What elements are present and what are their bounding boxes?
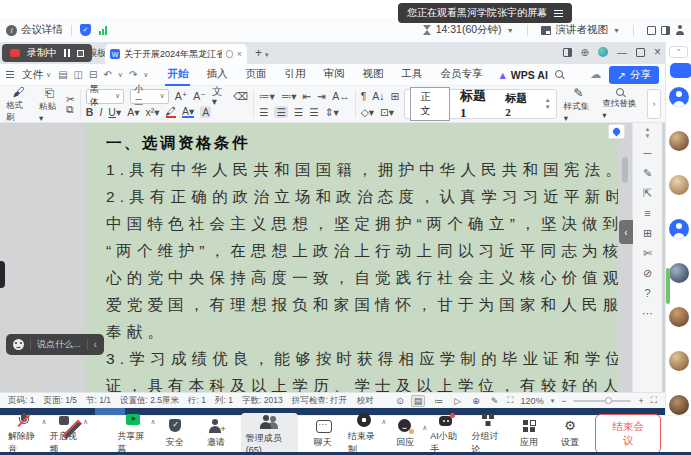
search-icon[interactable] [555,70,565,80]
watching-banner[interactable]: 您正在观看黑河学院张宇的屏幕 [398,3,572,23]
redo-caret-icon[interactable]: ∨ [143,71,148,79]
find-replace-button[interactable]: 查找替换▾ [600,88,642,120]
share-options-caret[interactable]: ∧ [151,418,156,426]
undo-icon[interactable]: ↶ [103,69,111,80]
file-menu[interactable]: 文件∨ [22,68,51,82]
statusbar-item[interactable]: 页码: 1 [8,395,34,407]
pause-recording-button[interactable] [64,49,70,57]
char-border-icon[interactable]: A▾ [127,107,139,118]
active-document-tab[interactable]: W 关于开展2024年黑龙江省选调… × [105,44,247,64]
manage-members-button[interactable]: 管理成员(65) [241,413,298,455]
participant-avatar[interactable] [669,263,689,283]
new-tab-button[interactable]: +▾ [255,46,269,60]
clip-tool-icon[interactable]: ✄ [643,248,652,259]
statusbar-item[interactable]: 字数: 2013 [242,395,283,407]
banner-menu-icon[interactable] [554,8,563,19]
fullscreen-toggle-icon[interactable]: ⛶ [651,395,657,406]
mic-options-caret[interactable]: ∧ [41,418,46,426]
decrease-font-icon[interactable]: A⁻ [193,91,206,102]
meeting-detail-button[interactable]: 会议详情 [21,23,63,37]
format-painter-button[interactable]: 🖌格式刷 [4,85,33,124]
zoom-slider[interactable] [573,400,631,402]
close-window-icon[interactable]: × [654,45,661,59]
chat-button[interactable]: 聊天 [307,419,339,449]
ai-assistant-button[interactable]: AI小助手 [430,413,462,455]
sort-icon[interactable]: A↓ [372,91,384,102]
zoom-caret-icon[interactable]: ▾ [551,397,555,405]
underline-icon[interactable]: U▾ [108,107,121,118]
participant-avatar[interactable] [669,87,689,107]
zoom-level[interactable]: 120% [521,396,544,406]
bullet-list-icon[interactable]: ≔▾ [259,91,275,102]
char-shading-icon[interactable]: A [200,106,211,119]
read-mode-icon[interactable]: ▷ [452,396,463,406]
justify-icon[interactable]: ☰ [309,107,318,118]
participant-avatar[interactable] [669,175,689,195]
zoom-in-button[interactable]: + [638,396,643,406]
font-size-select[interactable]: 小二∨ [130,89,168,104]
document-page[interactable]: 一、选调资格条件 1.具有中华人民共和国国籍，拥护中华人民共和国宪法。2.具有正… [85,123,618,392]
fullscreen-icon[interactable] [647,26,656,35]
position-pin-widget[interactable] [608,124,625,139]
highlight-color-icon[interactable]: 🖍 [166,106,177,119]
copy-icon[interactable]: ⧉ [66,104,75,115]
style-body-text[interactable]: 正文 [410,87,450,121]
ribbon-tab[interactable]: 工具 [399,64,424,86]
table-icon[interactable]: ⊞ [391,91,400,102]
apps-button[interactable]: 应用 [513,419,545,449]
more-icon[interactable]: ⋯ [642,308,653,319]
pen-annotate-icon[interactable]: ✎ [643,168,652,179]
statusbar-item[interactable]: 列: 1 [215,395,233,407]
end-meeting-button[interactable]: 结束会议 [595,414,661,454]
text-direction-icon[interactable]: A↔ [332,91,350,102]
ribbon-tab[interactable]: 引用 [282,64,307,86]
timer-caret-icon[interactable]: ▼ [507,27,514,34]
ribbon-expand-button[interactable]: › [647,89,661,119]
ribbon-tab[interactable]: 插入 [204,64,229,86]
side-panel-icon[interactable] [661,26,670,35]
edit-mode-icon[interactable]: ✎ [489,396,501,406]
sidebar-collapse-handle[interactable]: ‹ [619,220,633,244]
chat-input-placeholder[interactable]: 说点什么... [37,338,81,351]
participant-avatar[interactable] [669,307,689,327]
strip-collapse-control[interactable]: ⌃ [669,46,688,58]
ribbon-tab[interactable]: 会员专享 [438,64,484,86]
wps-ai-button[interactable]: ▲ WPS AI [497,69,547,81]
breakout-rooms-button[interactable]: 分组讨论 [471,413,504,455]
settings-button[interactable]: ⚙ 设置 [554,419,586,449]
start-video-button[interactable]: 开启视频∧ [50,413,83,455]
theme-icon[interactable]: ☁ [590,68,601,81]
select-cursor-icon[interactable]: ⇱ [643,188,652,199]
document-scrollbar[interactable] [618,123,632,392]
line-spacing-icon[interactable]: ⇕▾ [325,107,339,118]
globe-icon[interactable]: ⊕ [581,47,589,58]
borders-icon[interactable]: ⊡▾ [380,107,394,118]
security-button[interactable]: 安全 [159,419,191,449]
participant-avatar[interactable] [669,395,689,415]
page-view-icon[interactable]: ▤ [411,395,426,407]
redo-icon[interactable]: ↷ [129,69,137,80]
collapse-line-icon[interactable]: ─ [644,148,652,159]
clear-format-icon[interactable]: ⌫ [233,91,248,102]
participant-avatar[interactable] [669,351,689,371]
statusbar-item[interactable]: 行: 1 [188,395,206,407]
statusbar-item[interactable]: 校对 [356,395,373,407]
security-shield-icon[interactable]: ✓ [80,24,91,36]
meeting-timer[interactable]: 14:31(60分钟) [436,23,502,37]
undo-caret-icon[interactable]: ∨ [118,71,123,79]
stop-recording-toolbar-button[interactable]: 结束录制∧ [348,413,381,455]
participant-tile-blue[interactable] [670,63,691,78]
superscript-icon[interactable]: x²▾ [145,107,159,118]
statusbar-item[interactable]: 拼写检查: 打开 [292,395,348,407]
web-view-icon[interactable]: ⊕ [470,396,482,406]
align-right-icon[interactable]: ☰ [294,107,303,118]
video-options-caret[interactable]: ∧ [83,418,88,426]
style-set-button[interactable]: ✎样式集▾ [562,88,595,120]
quick-chat-pill[interactable]: 说点什么... ‹ [6,334,104,355]
print-icon[interactable]: ◫ [74,69,83,80]
react-options-caret[interactable]: ∧ [422,424,427,432]
minimize-icon[interactable]: — [617,47,627,58]
shading-icon[interactable]: ◇▾ [361,107,374,118]
share-button[interactable]: ↗ 分享 [609,66,659,84]
bold-icon[interactable]: B [86,107,94,118]
